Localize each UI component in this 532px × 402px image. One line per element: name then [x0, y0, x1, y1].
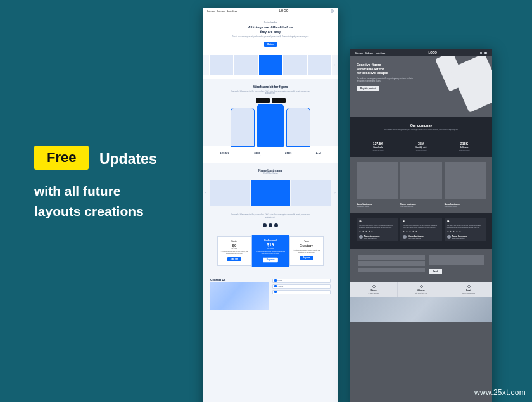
- hero-title: All things are difficult before they are…: [222, 25, 319, 34]
- carousel-next-icon[interactable]: ›: [332, 55, 338, 75]
- contact-col: Emailhello@company.com: [445, 282, 492, 297]
- carousel-slide[interactable]: [283, 55, 306, 75]
- search-icon[interactable]: [331, 9, 334, 13]
- address-icon: [274, 285, 277, 287]
- hero-cta-button[interactable]: Button: [264, 42, 277, 47]
- phone-mockups: [203, 108, 338, 147]
- stars-icon: ★ ★ ★ ★ ★: [447, 230, 483, 233]
- promo-sub-line1: with all future: [34, 181, 157, 201]
- contact-info: Phone Address Email: [272, 279, 331, 310]
- contact-row: Email: [272, 290, 331, 294]
- dark-cards: [350, 157, 492, 201]
- carousel-prev-icon[interactable]: ‹: [203, 55, 209, 75]
- contact-section: Contact Us Phone Address Email: [203, 272, 338, 317]
- dark-map[interactable]: [350, 297, 492, 322]
- stat-item: 38MMonthly visitTrust in our client: [415, 142, 426, 151]
- dark-hero-cta[interactable]: Buy this product: [357, 86, 379, 91]
- testimonial-card: “ You need a little dummy text for your …: [445, 218, 486, 242]
- team-name: Name LastnameChief Officer Startup: [400, 203, 441, 207]
- card-item[interactable]: [291, 180, 331, 206]
- testimonial-card: “ You need a little dummy text for your …: [400, 218, 441, 242]
- quote-icon: “: [447, 221, 483, 224]
- google-play-badge[interactable]: [272, 98, 286, 103]
- nav-link[interactable]: Link three: [376, 52, 385, 54]
- contact-strip: Phone+1 (555) 000-0000 AddressCity stree…: [350, 282, 492, 297]
- email-icon: [467, 285, 471, 288]
- carousel-slide[interactable]: [210, 55, 233, 75]
- light-logo: LOGO: [279, 9, 289, 13]
- dark-nav-links: link one link one Link three: [355, 52, 385, 54]
- carousel-prev-icon[interactable]: ‹: [203, 180, 209, 206]
- person-block: Name Last name Chief Officer Startup: [203, 163, 338, 177]
- company-sub: You need a little dummy text for your mo…: [365, 129, 477, 132]
- promo-headline: Updates: [99, 151, 157, 168]
- location-icon: [420, 285, 423, 288]
- light-card-carousel: ‹ ›: [203, 177, 338, 209]
- nav-icons: [480, 52, 487, 54]
- app-store-badges: [203, 98, 338, 103]
- dark-nav: link one link one Link three LOGO: [350, 49, 492, 56]
- contact-col: AddressCity street, City, PN: [398, 282, 445, 297]
- nav-link[interactable]: link one: [355, 52, 363, 54]
- pricing-cta[interactable]: Start free: [227, 257, 241, 261]
- form-input[interactable]: [358, 255, 425, 260]
- pricing-cta[interactable]: Buy now: [263, 257, 277, 262]
- wireframe-sub: You need a little dummy text for your mo…: [203, 91, 338, 95]
- email-icon: [274, 291, 277, 293]
- nav-link[interactable]: link one: [365, 52, 373, 54]
- form-input[interactable]: [358, 261, 425, 266]
- stat-item: 38MMonthly visit: [253, 151, 261, 156]
- carousel-next-icon[interactable]: ›: [332, 180, 338, 206]
- phone-icon: [274, 279, 277, 282]
- nav-link[interactable]: Link three: [227, 10, 237, 13]
- testimonials: “ You need a little dummy text for your …: [350, 213, 492, 249]
- quote-text: You need a little dummy text for your mo…: [203, 209, 338, 221]
- phone-mockup: [286, 108, 310, 147]
- stars-icon: ★ ★ ★ ★ ★: [359, 230, 395, 233]
- pricing-card-team[interactable]: Team Custom All features for beginners a…: [289, 236, 324, 266]
- avatar: [447, 235, 451, 239]
- phone-icon: [372, 285, 376, 288]
- send-button[interactable]: Send: [429, 269, 442, 274]
- form-fields: [358, 255, 425, 274]
- avatar: [403, 235, 407, 239]
- contact-title: Contact Us: [210, 279, 269, 282]
- team-name: Name LastnameChief Officer Startup: [357, 203, 398, 207]
- avatar: [359, 235, 363, 239]
- promo-sub-line2: layouts creations: [34, 201, 157, 222]
- form-right: Send: [429, 255, 484, 274]
- wireframe-title: Wireframe kit for figma: [203, 79, 338, 91]
- free-badge: Free: [34, 146, 89, 170]
- nav-link[interactable]: link one: [207, 10, 215, 13]
- phone-mockup-center: [257, 104, 284, 147]
- promo-block: Free Updates with all future layouts cre…: [34, 146, 157, 221]
- dark-hero-title: Creative figma wireframe kit for for cre…: [357, 63, 414, 75]
- contact-form: Send: [350, 249, 492, 282]
- contact-map[interactable]: [210, 282, 269, 310]
- contact-row: Phone: [272, 279, 331, 283]
- team-card[interactable]: [357, 162, 398, 199]
- form-textarea[interactable]: [429, 255, 484, 265]
- menu-icon[interactable]: [484, 52, 487, 54]
- light-carousel: ‹ ›: [203, 52, 338, 79]
- person-role: Chief Officer Startup: [203, 173, 338, 175]
- hero-kicker: Service headline: [222, 21, 319, 23]
- form-input[interactable]: [358, 268, 425, 272]
- card-item-active[interactable]: [251, 180, 290, 206]
- dark-logo: LOGO: [428, 51, 437, 54]
- contact-col: Phone+1 (555) 000-0000: [350, 282, 398, 297]
- team-card[interactable]: [445, 162, 486, 199]
- pricing-card-professional[interactable]: Professional $19 Per month All features …: [252, 235, 289, 267]
- card-item[interactable]: [210, 180, 250, 206]
- pricing-cta[interactable]: Buy now: [300, 256, 314, 260]
- search-icon[interactable]: [480, 52, 483, 54]
- nav-link[interactable]: link one: [217, 10, 225, 13]
- promo-sub: with all future layouts creations: [34, 181, 157, 221]
- carousel-slide[interactable]: [234, 55, 257, 75]
- app-store-badge[interactable]: [256, 98, 270, 103]
- light-nav-links: link one link one Link three: [207, 10, 237, 13]
- carousel-slide[interactable]: [308, 55, 331, 75]
- pricing-card-starter[interactable]: Starter $9 Per month All features for be…: [217, 236, 251, 266]
- carousel-slide-active[interactable]: [259, 55, 282, 75]
- team-card[interactable]: [400, 162, 441, 199]
